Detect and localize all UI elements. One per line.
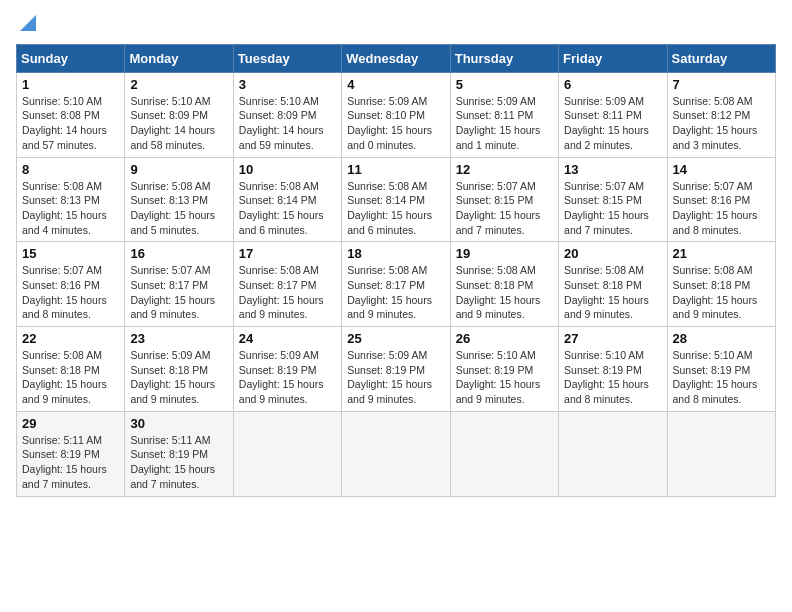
day-info: Sunrise: 5:08 AM Sunset: 8:14 PM Dayligh… — [347, 179, 444, 238]
day-number: 11 — [347, 162, 444, 177]
calendar-day-cell — [450, 411, 558, 496]
calendar-day-cell — [667, 411, 775, 496]
calendar-day-cell: 7 Sunrise: 5:08 AM Sunset: 8:12 PM Dayli… — [667, 72, 775, 157]
calendar-day-header: Sunday — [17, 44, 125, 72]
day-info: Sunrise: 5:07 AM Sunset: 8:15 PM Dayligh… — [564, 179, 661, 238]
calendar-day-cell: 25 Sunrise: 5:09 AM Sunset: 8:19 PM Dayl… — [342, 327, 450, 412]
day-number: 2 — [130, 77, 227, 92]
day-number: 8 — [22, 162, 119, 177]
day-info: Sunrise: 5:08 AM Sunset: 8:13 PM Dayligh… — [22, 179, 119, 238]
day-info: Sunrise: 5:10 AM Sunset: 8:19 PM Dayligh… — [564, 348, 661, 407]
day-info: Sunrise: 5:07 AM Sunset: 8:17 PM Dayligh… — [130, 263, 227, 322]
calendar-day-header: Tuesday — [233, 44, 341, 72]
calendar-day-cell — [342, 411, 450, 496]
day-info: Sunrise: 5:08 AM Sunset: 8:18 PM Dayligh… — [564, 263, 661, 322]
day-info: Sunrise: 5:09 AM Sunset: 8:11 PM Dayligh… — [564, 94, 661, 153]
day-number: 10 — [239, 162, 336, 177]
calendar-week-row: 15 Sunrise: 5:07 AM Sunset: 8:16 PM Dayl… — [17, 242, 776, 327]
day-info: Sunrise: 5:07 AM Sunset: 8:16 PM Dayligh… — [673, 179, 770, 238]
day-info: Sunrise: 5:09 AM Sunset: 8:11 PM Dayligh… — [456, 94, 553, 153]
calendar-day-header: Thursday — [450, 44, 558, 72]
day-number: 20 — [564, 246, 661, 261]
day-info: Sunrise: 5:08 AM Sunset: 8:12 PM Dayligh… — [673, 94, 770, 153]
calendar-day-cell: 23 Sunrise: 5:09 AM Sunset: 8:18 PM Dayl… — [125, 327, 233, 412]
calendar-day-cell: 15 Sunrise: 5:07 AM Sunset: 8:16 PM Dayl… — [17, 242, 125, 327]
logo — [16, 16, 38, 36]
calendar-day-cell: 12 Sunrise: 5:07 AM Sunset: 8:15 PM Dayl… — [450, 157, 558, 242]
calendar-day-cell: 18 Sunrise: 5:08 AM Sunset: 8:17 PM Dayl… — [342, 242, 450, 327]
day-number: 22 — [22, 331, 119, 346]
calendar-day-cell: 4 Sunrise: 5:09 AM Sunset: 8:10 PM Dayli… — [342, 72, 450, 157]
day-number: 12 — [456, 162, 553, 177]
day-info: Sunrise: 5:09 AM Sunset: 8:19 PM Dayligh… — [347, 348, 444, 407]
day-info: Sunrise: 5:09 AM Sunset: 8:19 PM Dayligh… — [239, 348, 336, 407]
day-info: Sunrise: 5:09 AM Sunset: 8:10 PM Dayligh… — [347, 94, 444, 153]
svg-marker-0 — [20, 15, 36, 31]
day-number: 1 — [22, 77, 119, 92]
calendar-day-header: Saturday — [667, 44, 775, 72]
day-info: Sunrise: 5:10 AM Sunset: 8:19 PM Dayligh… — [673, 348, 770, 407]
calendar-day-header: Wednesday — [342, 44, 450, 72]
calendar-day-cell: 11 Sunrise: 5:08 AM Sunset: 8:14 PM Dayl… — [342, 157, 450, 242]
day-number: 5 — [456, 77, 553, 92]
day-info: Sunrise: 5:10 AM Sunset: 8:08 PM Dayligh… — [22, 94, 119, 153]
calendar-day-cell — [559, 411, 667, 496]
day-number: 9 — [130, 162, 227, 177]
calendar-day-cell: 26 Sunrise: 5:10 AM Sunset: 8:19 PM Dayl… — [450, 327, 558, 412]
day-number: 13 — [564, 162, 661, 177]
calendar-day-cell: 16 Sunrise: 5:07 AM Sunset: 8:17 PM Dayl… — [125, 242, 233, 327]
page-header — [16, 16, 776, 36]
calendar-day-cell: 30 Sunrise: 5:11 AM Sunset: 8:19 PM Dayl… — [125, 411, 233, 496]
calendar-day-cell: 2 Sunrise: 5:10 AM Sunset: 8:09 PM Dayli… — [125, 72, 233, 157]
calendar-day-cell: 22 Sunrise: 5:08 AM Sunset: 8:18 PM Dayl… — [17, 327, 125, 412]
calendar-day-header: Monday — [125, 44, 233, 72]
calendar-day-cell: 9 Sunrise: 5:08 AM Sunset: 8:13 PM Dayli… — [125, 157, 233, 242]
calendar-day-cell: 21 Sunrise: 5:08 AM Sunset: 8:18 PM Dayl… — [667, 242, 775, 327]
day-number: 19 — [456, 246, 553, 261]
day-info: Sunrise: 5:10 AM Sunset: 8:09 PM Dayligh… — [239, 94, 336, 153]
day-number: 16 — [130, 246, 227, 261]
day-info: Sunrise: 5:11 AM Sunset: 8:19 PM Dayligh… — [22, 433, 119, 492]
calendar-day-cell: 5 Sunrise: 5:09 AM Sunset: 8:11 PM Dayli… — [450, 72, 558, 157]
day-info: Sunrise: 5:08 AM Sunset: 8:18 PM Dayligh… — [22, 348, 119, 407]
calendar-day-cell: 6 Sunrise: 5:09 AM Sunset: 8:11 PM Dayli… — [559, 72, 667, 157]
day-info: Sunrise: 5:08 AM Sunset: 8:18 PM Dayligh… — [673, 263, 770, 322]
calendar-day-cell: 14 Sunrise: 5:07 AM Sunset: 8:16 PM Dayl… — [667, 157, 775, 242]
calendar-day-cell: 8 Sunrise: 5:08 AM Sunset: 8:13 PM Dayli… — [17, 157, 125, 242]
calendar-day-cell: 24 Sunrise: 5:09 AM Sunset: 8:19 PM Dayl… — [233, 327, 341, 412]
calendar-day-cell: 19 Sunrise: 5:08 AM Sunset: 8:18 PM Dayl… — [450, 242, 558, 327]
day-number: 4 — [347, 77, 444, 92]
calendar-day-cell: 27 Sunrise: 5:10 AM Sunset: 8:19 PM Dayl… — [559, 327, 667, 412]
day-info: Sunrise: 5:11 AM Sunset: 8:19 PM Dayligh… — [130, 433, 227, 492]
day-info: Sunrise: 5:08 AM Sunset: 8:17 PM Dayligh… — [347, 263, 444, 322]
day-number: 30 — [130, 416, 227, 431]
calendar-header-row: SundayMondayTuesdayWednesdayThursdayFrid… — [17, 44, 776, 72]
day-number: 3 — [239, 77, 336, 92]
calendar-day-header: Friday — [559, 44, 667, 72]
logo-triangle-icon — [18, 11, 38, 33]
calendar-day-cell: 20 Sunrise: 5:08 AM Sunset: 8:18 PM Dayl… — [559, 242, 667, 327]
day-number: 7 — [673, 77, 770, 92]
calendar-day-cell: 1 Sunrise: 5:10 AM Sunset: 8:08 PM Dayli… — [17, 72, 125, 157]
calendar-week-row: 22 Sunrise: 5:08 AM Sunset: 8:18 PM Dayl… — [17, 327, 776, 412]
day-info: Sunrise: 5:08 AM Sunset: 8:18 PM Dayligh… — [456, 263, 553, 322]
day-info: Sunrise: 5:10 AM Sunset: 8:09 PM Dayligh… — [130, 94, 227, 153]
day-number: 25 — [347, 331, 444, 346]
calendar-table: SundayMondayTuesdayWednesdayThursdayFrid… — [16, 44, 776, 497]
day-number: 21 — [673, 246, 770, 261]
day-info: Sunrise: 5:10 AM Sunset: 8:19 PM Dayligh… — [456, 348, 553, 407]
calendar-day-cell: 3 Sunrise: 5:10 AM Sunset: 8:09 PM Dayli… — [233, 72, 341, 157]
day-number: 15 — [22, 246, 119, 261]
calendar-day-cell: 29 Sunrise: 5:11 AM Sunset: 8:19 PM Dayl… — [17, 411, 125, 496]
day-number: 26 — [456, 331, 553, 346]
day-number: 17 — [239, 246, 336, 261]
day-number: 6 — [564, 77, 661, 92]
day-info: Sunrise: 5:07 AM Sunset: 8:16 PM Dayligh… — [22, 263, 119, 322]
calendar-week-row: 1 Sunrise: 5:10 AM Sunset: 8:08 PM Dayli… — [17, 72, 776, 157]
day-number: 23 — [130, 331, 227, 346]
calendar-day-cell: 17 Sunrise: 5:08 AM Sunset: 8:17 PM Dayl… — [233, 242, 341, 327]
day-number: 29 — [22, 416, 119, 431]
day-info: Sunrise: 5:09 AM Sunset: 8:18 PM Dayligh… — [130, 348, 227, 407]
calendar-week-row: 29 Sunrise: 5:11 AM Sunset: 8:19 PM Dayl… — [17, 411, 776, 496]
day-number: 14 — [673, 162, 770, 177]
